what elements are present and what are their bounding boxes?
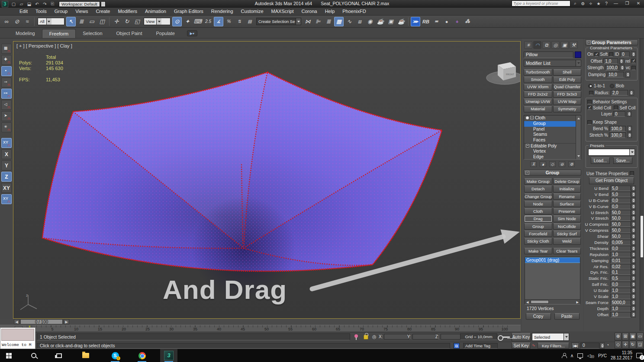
orbit-icon[interactable]: ↻ bbox=[629, 341, 636, 349]
people-icon[interactable] bbox=[562, 353, 566, 358]
solid-coll-checkbox[interactable] bbox=[587, 106, 592, 110]
scroll-left-icon[interactable]: ◀ bbox=[526, 300, 528, 304]
property-value-field[interactable]: 50,0 bbox=[610, 215, 631, 221]
viewport-label[interactable]: [ + ] [ Perspective ] [ Clay ] bbox=[16, 43, 72, 48]
media-dropdown-icon[interactable]: ▶▾ bbox=[187, 30, 197, 36]
clock[interactable]: 11:3528.12.2017 bbox=[611, 350, 632, 361]
spinner[interactable] bbox=[631, 312, 636, 317]
snap-xy-icon[interactable]: XY∩ bbox=[1, 138, 12, 148]
self-coll-checkbox[interactable] bbox=[614, 106, 618, 110]
property-value-field[interactable]: 5,0 bbox=[610, 192, 631, 197]
property-value-field[interactable]: 0,0 bbox=[610, 282, 631, 287]
group-action-button[interactable]: Node bbox=[524, 201, 552, 207]
spinner[interactable] bbox=[631, 306, 636, 311]
tear-action-button[interactable]: Make Tear bbox=[524, 248, 552, 254]
blob-radio[interactable] bbox=[610, 84, 614, 88]
group-action-button[interactable]: Rename bbox=[553, 193, 581, 200]
workspace-selector[interactable]: Workspace: Default bbox=[59, 1, 100, 7]
modifier-button[interactable]: Edit Poly bbox=[553, 77, 582, 83]
radius-checkbox[interactable] bbox=[589, 91, 593, 95]
property-value-field[interactable]: 0,0 bbox=[610, 198, 631, 203]
id-field[interactable]: 0 bbox=[620, 51, 630, 57]
volume-icon[interactable]: ◁))) bbox=[587, 353, 594, 359]
named-sets-icon[interactable]: ▤ bbox=[245, 17, 254, 26]
spinner[interactable] bbox=[631, 294, 636, 299]
spinner[interactable] bbox=[631, 198, 636, 203]
save-file-icon[interactable]: ⬓ bbox=[26, 2, 32, 6]
scrollbar-thumb[interactable] bbox=[641, 216, 643, 257]
spinner[interactable] bbox=[631, 258, 636, 263]
new-file-icon[interactable]: ▢ bbox=[10, 2, 17, 6]
stack-item[interactable]: Editable Poly bbox=[524, 143, 576, 149]
property-value-field[interactable]: 0,1 bbox=[610, 269, 631, 275]
action-center-icon[interactable]: 2 bbox=[636, 353, 642, 358]
spinner[interactable] bbox=[631, 186, 636, 191]
vray-icon[interactable]: ⋙ bbox=[411, 17, 420, 26]
redo-icon[interactable]: ↷ bbox=[42, 2, 48, 6]
group-action-button[interactable]: Sim Node bbox=[553, 215, 581, 222]
align-icon[interactable]: ⊫ bbox=[313, 17, 323, 26]
snap-frozen-icon[interactable]: ✳∩ bbox=[1, 122, 12, 132]
stack-item[interactable]: Panel bbox=[524, 127, 576, 132]
property-value-field[interactable]: 0,02 bbox=[610, 264, 631, 269]
stack-item[interactable]: Seams bbox=[524, 132, 576, 138]
menu-item[interactable]: Tools bbox=[32, 8, 51, 15]
panel-scrollbar[interactable] bbox=[640, 38, 644, 331]
property-value-field[interactable]: 1,0 bbox=[610, 288, 631, 293]
isolate-selection-icon[interactable] bbox=[354, 334, 358, 340]
stack-item[interactable]: Vertex bbox=[524, 149, 576, 154]
help-search-box[interactable] bbox=[512, 0, 570, 6]
group-list[interactable]: Group001 (drag) ◀ ▶ bbox=[525, 257, 580, 304]
snap-endpoint-icon[interactable]: ⊸∩ bbox=[1, 77, 12, 87]
maximize-viewport-icon[interactable]: ◲ bbox=[637, 341, 644, 349]
menu-item[interactable]: Create bbox=[92, 8, 114, 15]
keep-shape-checkbox[interactable] bbox=[587, 120, 592, 125]
spinner[interactable] bbox=[631, 276, 636, 281]
presets-dropdown[interactable] bbox=[588, 149, 635, 156]
select-scale-icon[interactable]: ◱ bbox=[132, 17, 142, 26]
spinner[interactable] bbox=[625, 72, 630, 77]
spinner-snap-icon[interactable]: ⇅ bbox=[235, 17, 244, 26]
spinner[interactable] bbox=[631, 288, 636, 293]
modifier-button[interactable]: Material bbox=[524, 106, 552, 112]
help-icon[interactable]: ? bbox=[603, 1, 609, 6]
absolute-mode-icon[interactable]: ◎ bbox=[372, 334, 377, 340]
axis-xy-button[interactable]: XY∩ bbox=[1, 183, 12, 193]
select-region-icon[interactable]: ▭ bbox=[87, 17, 97, 26]
key-filter-dropdown[interactable]: Selected bbox=[532, 333, 569, 341]
modifier-button[interactable]: Shell bbox=[553, 69, 582, 76]
curve-editor-icon[interactable]: ∿ bbox=[345, 17, 354, 26]
menu-item[interactable]: PhoenixFD bbox=[338, 8, 370, 15]
sphere-tool-icon[interactable]: ● bbox=[442, 17, 451, 26]
ribbon-tab[interactable]: Modeling bbox=[9, 29, 42, 38]
spinner[interactable] bbox=[619, 58, 624, 64]
select-rotate-icon[interactable]: ↻ bbox=[122, 17, 132, 26]
group-action-button[interactable]: NoCollide bbox=[553, 223, 581, 230]
stack-item[interactable]: Faces bbox=[524, 138, 576, 143]
undo-icon[interactable]: ↶ bbox=[34, 2, 40, 6]
spinner[interactable] bbox=[631, 269, 636, 275]
on-checkbox[interactable] bbox=[594, 52, 599, 57]
group-action-button[interactable]: Group bbox=[524, 223, 552, 230]
modifier-button[interactable]: Symmetry bbox=[553, 106, 582, 112]
group-action-button[interactable]: Change Group bbox=[524, 193, 552, 200]
modifier-button[interactable]: UVW Xform bbox=[524, 84, 552, 90]
modifier-button[interactable]: Smooth bbox=[524, 77, 552, 83]
property-value-field[interactable]: 50,0 bbox=[610, 234, 631, 239]
behavior-checkbox[interactable] bbox=[587, 100, 592, 104]
offset-field[interactable]: 1,0 bbox=[603, 58, 618, 64]
set-key-button[interactable]: Set Key bbox=[512, 343, 531, 349]
keyboard-override-icon[interactable]: ⌨ bbox=[193, 17, 203, 26]
open-file-icon[interactable]: ▱ bbox=[18, 2, 25, 6]
schematic-view-icon[interactable]: ⧈ bbox=[355, 17, 364, 26]
menu-item[interactable]: Views bbox=[71, 8, 92, 15]
3dsmax-taskbar-button[interactable]: 3 bbox=[160, 349, 177, 362]
menu-item[interactable]: Graph Editors bbox=[170, 8, 207, 15]
snap-vertex-icon[interactable]: ▪∩ bbox=[1, 66, 12, 76]
property-value-field[interactable]: 50,0 bbox=[610, 221, 631, 227]
group-action-button[interactable]: Sticky Surf bbox=[553, 231, 581, 237]
one-to-one-radio[interactable] bbox=[588, 84, 592, 88]
spinner[interactable] bbox=[631, 240, 636, 245]
load-button[interactable]: Load... bbox=[591, 157, 610, 164]
group-action-button[interactable]: Forcefield bbox=[524, 231, 552, 237]
